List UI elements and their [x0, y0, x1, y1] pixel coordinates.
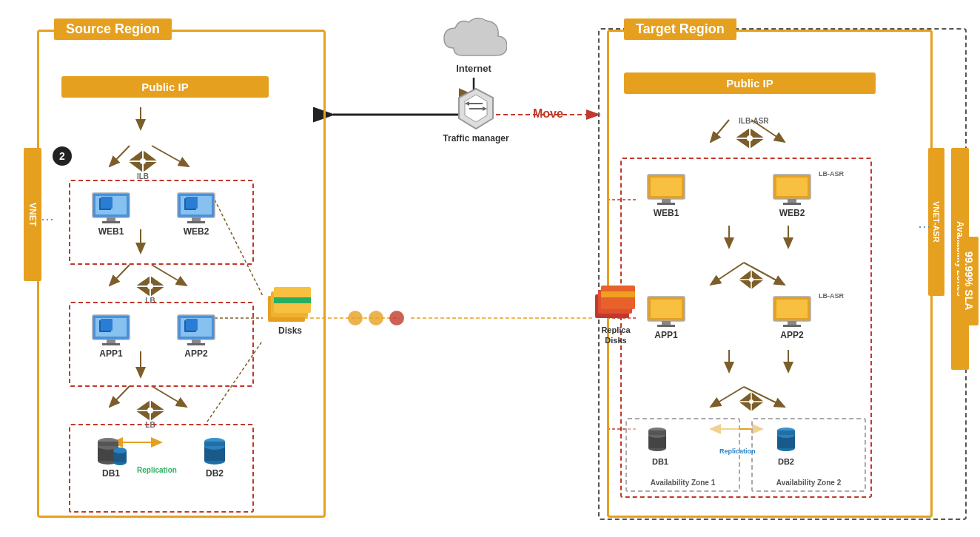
svg-rect-108 — [662, 199, 671, 203]
svg-point-86 — [113, 448, 127, 453]
target-app1: APP1 — [637, 296, 696, 340]
target-app2: APP2 LB-ASR — [762, 296, 822, 340]
svg-rect-91 — [204, 442, 225, 446]
target-web1-label: WEB1 — [637, 208, 696, 218]
sla-label: 99.99% SLA — [959, 237, 979, 325]
svg-rect-121 — [657, 325, 675, 327]
target-lb-asr1-label: LB-ASR — [819, 170, 844, 178]
target-app1-label: APP1 — [637, 330, 696, 340]
svg-point-78 — [147, 408, 153, 413]
svg-rect-143 — [601, 291, 635, 297]
source-db1: DB1 — [81, 433, 141, 479]
target-az2-box: DB2 Availability Zone 2 Replication — [751, 418, 866, 492]
svg-point-105 — [747, 135, 753, 141]
svg-rect-56 — [187, 221, 205, 223]
traffic-manager: Traffic manager — [443, 87, 509, 145]
source-app1: APP1 — [81, 314, 141, 359]
source-db2: DB2 — [185, 433, 244, 479]
source-app-tier-box: APP1 APP2 — [69, 302, 254, 387]
svg-rect-83 — [98, 442, 118, 446]
svg-rect-109 — [657, 203, 675, 205]
svg-rect-66 — [102, 343, 120, 345]
svg-rect-139 — [777, 430, 795, 435]
target-az1-box: DB1 Availability Zone 1 — [625, 418, 740, 492]
target-vnet-connector: ⋯ — [918, 218, 931, 234]
source-web-tier-box: WEB1 WEB2 — [69, 180, 254, 265]
target-az1-label: Availability Zone 1 — [631, 479, 735, 487]
source-badge: 2 — [53, 146, 72, 166]
target-ilb-asr-icon — [720, 128, 779, 149]
svg-rect-68 — [101, 319, 113, 331]
source-db1-label: DB1 — [81, 468, 141, 479]
target-region-label: Target Region — [624, 18, 736, 40]
source-region-box: Source Region Public IP 2 ILB — [37, 30, 326, 518]
diagram-container: VNET ⋯ Source Region Public IP 2 ILB — [0, 0, 980, 537]
svg-rect-65 — [107, 340, 115, 343]
svg-rect-124 — [788, 321, 796, 325]
target-lb-asr2-label: LB-ASR — [819, 292, 844, 300]
svg-rect-125 — [783, 325, 801, 327]
source-web2-label: WEB2 — [167, 226, 226, 237]
svg-point-21 — [348, 311, 363, 325]
target-web2: WEB2 LB-ASR — [762, 174, 822, 218]
source-disks-label: Disks — [261, 325, 320, 336]
svg-rect-113 — [783, 203, 801, 205]
target-replica-disks-label: Replica Disks — [590, 325, 642, 346]
internet-cloud: Internet — [426, 15, 522, 74]
target-replication-label: Replication — [719, 448, 756, 455]
svg-rect-55 — [192, 217, 201, 221]
internet-label: Internet — [426, 63, 522, 74]
target-web2-label: WEB2 — [762, 208, 822, 218]
svg-point-22 — [369, 311, 383, 325]
source-region-label: Source Region — [54, 18, 172, 40]
target-public-ip-bar: Public IP — [624, 72, 876, 94]
svg-rect-95 — [274, 297, 311, 303]
target-app2-label: APP2 — [762, 330, 822, 340]
move-label: Move — [533, 107, 563, 121]
target-inner-dashed-box: WEB1 WEB2 LB-ASR — [620, 158, 872, 498]
target-web1: WEB1 — [637, 174, 696, 218]
target-replica-disks: Replica Disks — [590, 281, 642, 346]
source-ilb-area: ILB — [113, 150, 172, 180]
target-db2: DB2 — [764, 423, 808, 466]
target-db2-label: DB2 — [764, 457, 808, 466]
svg-rect-111 — [776, 178, 808, 196]
svg-rect-120 — [662, 321, 671, 325]
svg-rect-123 — [776, 300, 808, 318]
source-disks: Disks — [261, 281, 320, 336]
svg-rect-107 — [651, 178, 682, 196]
svg-rect-134 — [648, 430, 666, 435]
svg-point-129 — [749, 399, 754, 404]
source-public-ip-bar: Public IP — [61, 76, 269, 98]
source-app2-label: APP2 — [167, 348, 226, 359]
source-db-tier-box: DB1 Replication DB2 — [69, 424, 254, 513]
svg-rect-112 — [788, 199, 796, 203]
source-replication-label: Replication — [137, 466, 177, 474]
svg-rect-49 — [107, 217, 115, 221]
svg-rect-119 — [651, 300, 682, 318]
svg-rect-71 — [192, 340, 201, 343]
source-app2: APP2 — [167, 314, 226, 359]
target-lb-asr2-icon — [733, 392, 770, 414]
svg-rect-72 — [187, 343, 205, 345]
target-db1-label: DB1 — [638, 457, 682, 466]
svg-rect-58 — [186, 197, 198, 209]
source-web2: WEB2 — [167, 192, 226, 237]
source-app1-label: APP1 — [81, 348, 141, 359]
target-db1: DB1 — [638, 423, 682, 466]
traffic-manager-label: Traffic manager — [443, 133, 509, 145]
svg-point-117 — [749, 277, 754, 282]
svg-rect-52 — [101, 197, 113, 209]
source-web1: WEB1 — [81, 192, 141, 237]
target-ilb-asr-label: ILB-ASR — [739, 117, 769, 125]
source-web1-label: WEB1 — [81, 226, 141, 237]
svg-point-23 — [389, 311, 404, 325]
target-region-box: Target Region Public IP ILB-ASR — [607, 30, 933, 518]
target-lb-asr1-icon — [733, 270, 770, 292]
source-db2-label: DB2 — [185, 468, 244, 479]
source-lb1-area: LB — [121, 276, 180, 305]
svg-rect-50 — [102, 221, 120, 223]
svg-rect-74 — [186, 319, 198, 331]
target-az2-label: Availability Zone 2 — [756, 479, 861, 487]
svg-point-46 — [140, 158, 146, 164]
